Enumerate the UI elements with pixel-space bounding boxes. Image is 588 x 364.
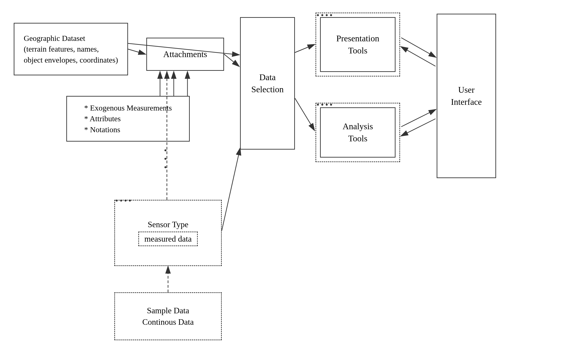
diagram-container: Geographic Dataset(terrain features, nam… <box>0 0 588 364</box>
sensor-type-content: Sensor Type measured data <box>119 204 217 261</box>
sample-data-box: Sample DataContinous Data <box>114 292 222 340</box>
data-selection-box: DataSelection <box>240 17 295 150</box>
attachments-label: Attachments <box>163 48 207 60</box>
svg-line-7 <box>295 98 314 130</box>
svg-line-8 <box>401 38 435 57</box>
measured-data-label: measured data <box>145 234 192 243</box>
svg-line-6 <box>295 45 314 52</box>
measured-data-inner-box: measured data <box>138 232 198 246</box>
geographic-dataset-label: Geographic Dataset(terrain features, nam… <box>24 33 118 65</box>
svg-line-2 <box>224 54 239 66</box>
sample-data-label: Sample DataContinous Data <box>142 305 194 328</box>
sensor-type-top-label: Sensor Type <box>148 220 188 229</box>
analysis-tools-box: AnalysisTools <box>320 107 395 158</box>
svg-line-13 <box>222 149 240 231</box>
user-interface-box: UserInterface <box>437 14 496 178</box>
exogenous-label: * Exogenous Measurements* Attributes* No… <box>84 103 172 135</box>
exogenous-box: * Exogenous Measurements* Attributes* No… <box>66 96 190 142</box>
dots-sensor: •••• <box>115 196 133 205</box>
svg-line-11 <box>401 119 435 136</box>
svg-line-9 <box>401 47 435 66</box>
dots-presentation: •••• <box>317 11 334 20</box>
data-selection-label: DataSelection <box>251 71 283 95</box>
geographic-dataset-box: Geographic Dataset(terrain features, nam… <box>14 23 128 75</box>
presentation-tools-box: PresentationTools <box>320 17 395 72</box>
presentation-tools-label: PresentationTools <box>336 32 379 57</box>
analysis-tools-label: AnalysisTools <box>343 120 373 144</box>
attachments-box: Attachments <box>146 38 224 71</box>
dots-vertical-1: ••• <box>164 146 167 171</box>
svg-line-0 <box>128 49 145 54</box>
dots-analysis: •••• <box>317 100 334 109</box>
svg-line-10 <box>401 110 435 127</box>
user-interface-label: UserInterface <box>451 84 482 108</box>
